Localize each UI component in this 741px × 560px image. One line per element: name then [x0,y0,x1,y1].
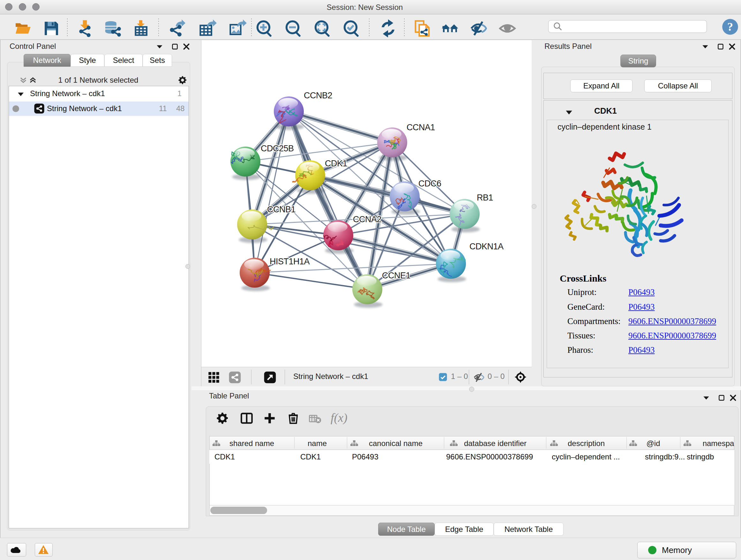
svg-text:CCNB2: CCNB2 [304,91,332,100]
svg-text:CCNA2: CCNA2 [353,214,381,224]
svg-text:CCNE1: CCNE1 [382,271,410,280]
svg-text:CCNA1: CCNA1 [407,123,435,132]
svg-text:CDK1: CDK1 [325,159,347,168]
svg-text:CDC6: CDC6 [418,179,441,188]
svg-text:CCNB1: CCNB1 [267,205,295,214]
svg-text:CDKN1A: CDKN1A [469,242,503,251]
svg-text:HIST1H1A: HIST1H1A [270,257,310,266]
svg-text:RB1: RB1 [477,193,493,202]
svg-text:CDC25B: CDC25B [261,144,294,153]
svg-text:?: ? [727,20,733,33]
